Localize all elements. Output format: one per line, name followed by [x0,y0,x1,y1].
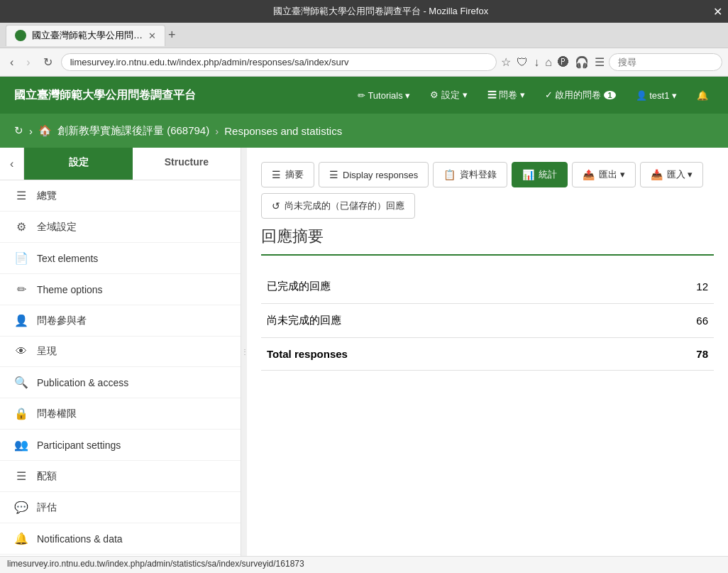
import-button[interactable]: 📥 匯入 ▾ [640,162,704,187]
app-nav: ✏ Tutorials ▾ ⚙ 設定 ▾ ☰ 問卷 ▾ ✓ 啟用的問卷 1 👤 … [352,86,714,104]
breadcrumb-refresh[interactable]: ↻ [14,124,23,137]
display-responses-label: Display responses [343,170,418,180]
privacy-icon[interactable]: 🎧 [575,55,589,69]
tab-favicon [15,30,26,41]
document-icon: 📄 [14,251,28,265]
table-row: 尚未完成的回應 66 [261,304,714,338]
menu-icon[interactable]: ☰ [595,55,605,69]
browser-tab[interactable]: 國立臺灣師範大學公用問… ✕ [6,25,165,46]
gear-icon: ⚙ [14,220,28,234]
breadcrumb-arrow-2: › [215,125,219,137]
sidebar-label-permissions: 問卷權限 [37,408,77,420]
back-button[interactable]: ‹ [6,55,18,70]
search-icon: 🔍 [14,376,28,389]
sidebar-item-overview[interactable]: ☰ 總覽 [0,180,241,212]
users-icon: 👥 [14,438,28,452]
quota-icon: ☰ [14,469,28,483]
sidebar-item-theme-options[interactable]: ✏ Theme options [0,274,241,305]
breadcrumb-home[interactable]: 🏠 [38,124,52,137]
display-responses-icon: ☰ [329,169,338,180]
nav-survey[interactable]: ☰ 問卷 ▾ [482,86,531,104]
breadcrumb-survey[interactable]: 創新教學實施課後評量 (668794) [57,124,209,138]
browser-addressbar: ‹ › ↻ ☆ 🛡 ↓ ⌂ 🅟 🎧 ☰ [0,48,728,77]
browser-title: 國立臺灣師範大學公用問卷調查平台 - Mozilla Firefox [48,5,713,18]
pencil-icon: ✏ [14,283,28,296]
data-entry-icon: 📋 [443,169,456,180]
address-bar[interactable] [61,53,497,71]
statusbar: limesurvey.iro.ntnu.edu.tw/index.php/adm… [0,556,728,573]
sidebar-item-publication-access[interactable]: 🔍 Publication & access [0,367,241,398]
export-label: 匯出 ▾ [599,168,625,181]
nav-notifications[interactable]: 🔔 [691,87,714,104]
sidebar-header: ‹ 設定 Structure [0,148,241,180]
drag-dots-icon: ⋮ [241,348,247,356]
sidebar-item-assessment[interactable]: 💬 評估 [0,492,241,523]
stats-title: 回應摘要 [261,226,714,256]
table-row: Total responses 78 [261,338,714,371]
sidebar-toggle-button[interactable]: ‹ [0,148,24,180]
new-tab-button[interactable]: + [168,28,176,43]
statistics-icon: 📊 [522,169,534,180]
tab-settings[interactable]: 設定 [24,148,132,180]
refresh-button[interactable]: ↻ [39,54,57,70]
bell-icon: 🔔 [14,532,28,545]
bookmark-icon[interactable]: ☆ [501,55,511,69]
nav-tutorials[interactable]: ✏ Tutorials ▾ [352,87,416,104]
forward-button[interactable]: › [22,55,34,70]
sidebar-label-publication-access: Publication & access [37,377,128,388]
sidebar-item-participant-settings[interactable]: 👥 Participant settings [0,430,241,461]
completed-label: 已完成的回應 [261,270,623,304]
total-value: 78 [623,338,714,371]
search-bar[interactable] [609,53,722,71]
breadcrumb-arrow-1: › [29,125,33,137]
pocket-icon[interactable]: 🅟 [558,56,569,69]
sidebar-item-presentation[interactable]: 👁 呈現 [0,337,241,367]
sidebar-label-notifications-data: Notifications & data [37,533,123,545]
tab-title: 國立臺灣師範大學公用問… [32,29,143,42]
summary-button[interactable]: ☰ 摘要 [261,162,314,187]
breadcrumb: ↻ › 🏠 創新教學實施課後評量 (668794) › Responses an… [0,114,728,148]
data-entry-button[interactable]: 📋 資料登錄 [433,162,507,187]
tab-structure[interactable]: Structure [133,148,241,180]
user-icon: 👤 [14,314,28,327]
sidebar-label-participant-settings: Participant settings [37,440,121,451]
shield-icon: 🛡 [517,56,528,69]
app-header: 國立臺灣師範大學公用問卷調查平台 ✏ Tutorials ▾ ⚙ 設定 ▾ ☰ … [0,77,728,114]
sidebar-label-theme-options: Theme options [37,284,103,295]
sidebar-item-permissions[interactable]: 🔒 問卷權限 [0,398,241,430]
download-icon[interactable]: ↓ [534,56,539,69]
completed-value: 12 [623,270,714,304]
statistics-button[interactable]: 📊 統計 [512,162,568,187]
display-responses-button[interactable]: ☰ Display responses [319,162,429,187]
toolbar-section: ☰ 摘要 ☰ Display responses 📋 資料登錄 📊 統計 📤 [261,162,714,219]
total-label: Total responses [261,338,623,371]
app-logo: 國立臺灣師範大學公用問卷調查平台 [14,88,338,103]
browser-titlebar: 國立臺灣師範大學公用問卷調查平台 - Mozilla Firefox ✕ [0,0,728,23]
incomplete-stat-label: 尚未完成的回應 [261,304,623,338]
nav-active-surveys[interactable]: ✓ 啟用的問卷 1 [539,86,622,104]
sidebar-item-notifications-data[interactable]: 🔔 Notifications & data [0,523,241,555]
tab-close-button[interactable]: ✕ [148,31,156,41]
sidebar-item-participants[interactable]: 👤 問卷參與者 [0,305,241,337]
sidebar-item-text-elements[interactable]: 📄 Text elements [0,243,241,274]
statusbar-url: limesurvey.iro.ntnu.edu.tw/index.php/adm… [7,559,304,569]
nav-settings[interactable]: ⚙ 設定 ▾ [424,86,473,104]
export-button[interactable]: 📤 匯出 ▾ [572,162,636,187]
toolbar-row-2: ↺ 尚未完成的（已儲存的）回應 [261,193,714,219]
sidebar-item-quota[interactable]: ☰ 配額 [0,461,241,492]
browser-close-button[interactable]: ✕ [713,5,722,18]
home-icon[interactable]: ⌂ [545,56,552,69]
incomplete-stat-value: 66 [623,304,714,338]
nav-user[interactable]: 👤 test1 ▾ [630,87,683,104]
export-icon: 📤 [583,169,595,180]
breadcrumb-current: Responses and statistics [224,125,342,137]
incomplete-responses-button[interactable]: ↺ 尚未完成的（已儲存的）回應 [261,193,415,219]
eye-icon: 👁 [14,345,28,358]
statistics-label: 統計 [539,168,557,181]
sidebar-item-global-settings[interactable]: ⚙ 全域設定 [0,212,241,243]
sidebar-label-overview: 總覽 [37,190,57,202]
sidebar-resize-handle[interactable]: ⋮ [241,148,247,556]
browser-tabbar: 國立臺灣師範大學公用問… ✕ + [0,23,728,48]
sidebar: ‹ 設定 Structure ☰ 總覽 ⚙ 全域設定 📄 Text elemen… [0,148,241,556]
comment-icon: 💬 [14,501,28,514]
